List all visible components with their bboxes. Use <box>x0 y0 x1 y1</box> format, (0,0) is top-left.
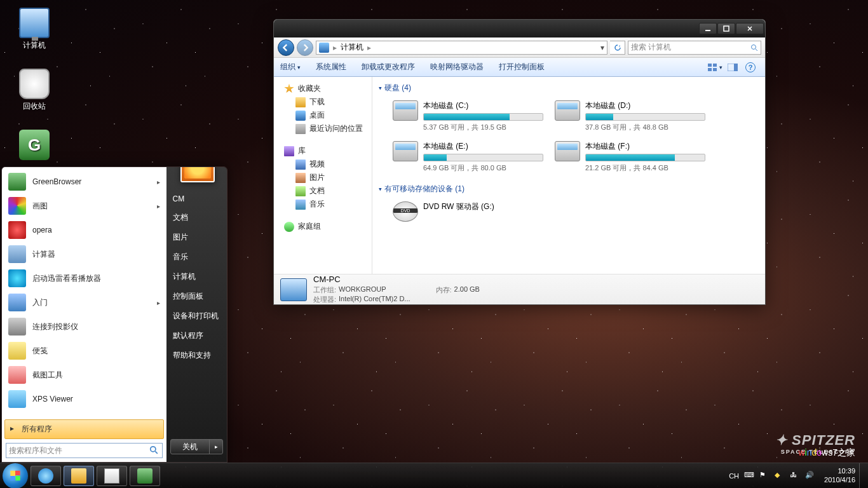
show-desktop-button[interactable] <box>859 463 865 489</box>
chevron-down-icon[interactable]: ▾ <box>600 43 604 52</box>
window-titlebar[interactable] <box>274 20 765 37</box>
start-program-item[interactable]: 计算器 <box>4 242 164 266</box>
preview-pane-button[interactable] <box>724 60 741 74</box>
help-button[interactable]: ? <box>742 60 759 74</box>
user-avatar[interactable] <box>180 166 215 182</box>
program-icon <box>8 197 26 215</box>
svg-rect-4 <box>713 64 717 67</box>
shutdown-label: 关机 <box>171 442 209 452</box>
start-place-link[interactable]: CM <box>166 190 227 208</box>
dvd-drive-icon <box>393 201 418 222</box>
forward-button[interactable] <box>297 39 313 56</box>
taskbar-greenbrowser[interactable] <box>130 466 160 486</box>
start-place-link[interactable]: 文档 <box>166 208 227 227</box>
program-icon <box>8 318 26 336</box>
program-icon <box>8 245 26 263</box>
start-button[interactable] <box>3 463 28 489</box>
close-button[interactable] <box>736 23 764 34</box>
search-placeholder: 搜索 计算机 <box>631 42 671 53</box>
start-program-item[interactable]: 入门 ▸ <box>4 290 164 315</box>
breadcrumb[interactable]: 计算机 <box>341 42 363 53</box>
start-place-link[interactable]: 默认程序 <box>166 326 227 346</box>
program-label: GreenBrowser <box>32 177 81 186</box>
program-icon <box>8 342 26 360</box>
nav-music[interactable]: 音乐 <box>276 198 369 211</box>
desktop-icon <box>295 111 306 121</box>
search-icon <box>750 44 758 51</box>
back-button[interactable] <box>278 39 294 56</box>
start-program-item[interactable]: 画图 ▸ <box>4 194 164 218</box>
desktop-icon-label: 计算机 <box>10 40 58 51</box>
nav-pictures[interactable]: 图片 <box>276 171 369 184</box>
nav-recent[interactable]: 最近访问的位置 <box>276 122 369 135</box>
program-label: opera <box>32 226 52 234</box>
drive-item[interactable]: 本地磁盘 (F:) 21.2 GB 可用，共 84.4 GB <box>552 139 708 175</box>
start-place-link[interactable]: 图片 <box>166 227 227 247</box>
folder-icon <box>295 97 306 107</box>
search-input[interactable]: 搜索 计算机 <box>628 41 761 55</box>
volume-tray-icon[interactable]: 🔊 <box>805 471 815 481</box>
start-place-link[interactable]: 音乐 <box>166 247 227 267</box>
nav-desktop[interactable]: 桌面 <box>276 109 369 122</box>
network-tray-icon[interactable]: 🖧 <box>790 471 800 481</box>
start-search-input[interactable]: 搜索程序和文件 <box>6 443 163 458</box>
maximize-button[interactable] <box>717 23 735 34</box>
action-center-icon[interactable]: ⚑ <box>759 471 770 481</box>
organize-menu[interactable]: 组织 <box>280 62 301 72</box>
app-tray-icon[interactable]: ◆ <box>775 471 785 481</box>
taskbar-ie[interactable] <box>31 466 61 486</box>
homegroup-header[interactable]: 家庭组 <box>276 220 369 233</box>
desktop-icon-greenbrowser[interactable] <box>10 130 58 162</box>
program-label: 截图工具 <box>32 370 63 381</box>
start-place-link[interactable]: 设备和打印机 <box>166 306 227 326</box>
start-program-item[interactable]: opera <box>4 218 164 242</box>
view-options-button[interactable]: ▾ <box>707 60 723 74</box>
drive-dvd[interactable]: DVD RW 驱动器 (G:) <box>390 199 546 224</box>
address-bar[interactable]: ▸ 计算机 ▸ ▾ <box>316 41 607 55</box>
start-place-link[interactable]: 帮助和支持 <box>166 346 227 365</box>
minimize-button[interactable] <box>699 23 717 34</box>
section-header-removable[interactable]: 有可移动存储的设备 (1) <box>379 182 759 196</box>
capacity-bar <box>423 113 543 121</box>
explorer-icon <box>71 468 86 484</box>
hard-drive-icon <box>393 100 418 121</box>
nav-videos[interactable]: 视频 <box>276 158 369 171</box>
start-program-item[interactable]: XPS Viewer <box>4 387 164 411</box>
desktop-icon-recyclebin[interactable]: 回收站 <box>10 69 58 112</box>
drive-item[interactable]: 本地磁盘 (D:) 37.8 GB 可用，共 48.8 GB <box>552 98 708 135</box>
start-program-item[interactable]: 截图工具 <box>4 363 164 387</box>
keyboard-tray-icon[interactable]: ⌨ <box>744 471 754 481</box>
start-place-link[interactable]: 控制面板 <box>166 287 227 306</box>
start-program-item[interactable]: 启动迅雷看看播放器 <box>4 266 164 290</box>
site-watermark: windows7之家 <box>798 447 855 459</box>
libraries-header[interactable]: 库 <box>276 144 369 158</box>
ime-indicator[interactable]: CH <box>729 472 739 480</box>
nav-documents[interactable]: 文档 <box>276 184 369 198</box>
taskbar-clock[interactable]: 10:39 2010/4/16 <box>824 467 855 484</box>
shutdown-button[interactable]: 关机 ▸ <box>170 439 223 454</box>
nav-downloads[interactable]: 下载 <box>276 95 369 109</box>
section-header-hdd[interactable]: 硬盘 (4) <box>379 81 759 95</box>
map-network-drive-button[interactable]: 映射网络驱动器 <box>430 62 484 72</box>
all-programs-button[interactable]: 所有程序 <box>4 419 164 439</box>
start-program-item[interactable]: 便笺 <box>4 339 164 363</box>
start-menu-programs-pane: GreenBrowser ▸ 画图 ▸ opera 计算器 启动迅雷看看播放器 … <box>2 167 166 462</box>
system-properties-button[interactable]: 系统属性 <box>316 62 346 72</box>
taskbar-notepad[interactable] <box>97 466 127 486</box>
taskbar-explorer[interactable] <box>64 466 94 486</box>
start-place-link[interactable]: 计算机 <box>166 267 227 287</box>
shutdown-options-arrow[interactable]: ▸ <box>210 444 222 450</box>
desktop-icon-computer[interactable]: 计算机 <box>10 8 58 51</box>
open-control-panel-button[interactable]: 打开控制面板 <box>499 62 545 72</box>
computer-small-icon <box>319 43 329 53</box>
drive-item[interactable]: 本地磁盘 (C:) 5.37 GB 可用，共 19.5 GB <box>390 98 546 135</box>
uninstall-programs-button[interactable]: 卸载或更改程序 <box>362 62 415 72</box>
start-program-item[interactable]: GreenBrowser ▸ <box>4 170 164 194</box>
notepad-icon <box>104 468 119 484</box>
start-program-item[interactable]: 连接到投影仪 <box>4 315 164 339</box>
favorites-header[interactable]: 收藏夹 <box>276 82 369 95</box>
refresh-button[interactable] <box>610 41 625 55</box>
breadcrumb-sep-icon: ▸ <box>367 43 371 52</box>
program-label: XPS Viewer <box>32 395 73 403</box>
drive-item[interactable]: 本地磁盘 (E:) 64.9 GB 可用，共 80.0 GB <box>390 139 546 175</box>
